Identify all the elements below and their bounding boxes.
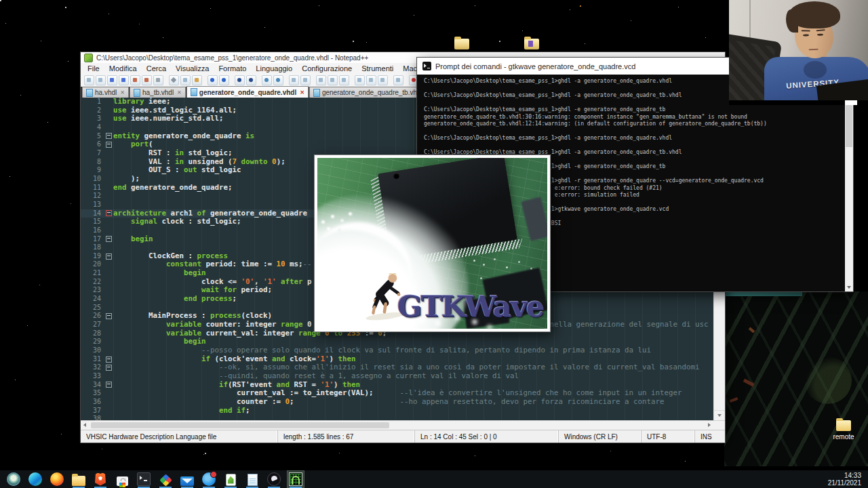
taskbar-microsoft-store-button[interactable] xyxy=(113,470,131,488)
zoom-in-icon[interactable] xyxy=(262,75,272,85)
taskbar-mail-button[interactable] xyxy=(178,470,196,488)
document-list-icon[interactable] xyxy=(366,75,376,85)
scroll-right-arrow-icon[interactable] xyxy=(705,421,714,430)
editor-horizontal-scrollbar[interactable] xyxy=(81,420,725,430)
console-line: generatore_onde_quadre_tb.vhdl:12:14:war… xyxy=(424,121,845,128)
fold-marker-icon[interactable] xyxy=(106,357,112,363)
scroll-down-arrow-icon[interactable] xyxy=(714,410,725,420)
scrollbar-thumb[interactable] xyxy=(91,422,389,428)
fold-marker-icon[interactable] xyxy=(106,133,112,139)
indent-guide-icon[interactable] xyxy=(339,75,349,85)
tab-generatore-onde-quadre-vhdl[interactable]: generatore_onde_quadre.vhdl✕ xyxy=(186,86,309,98)
open-file-icon[interactable] xyxy=(96,75,106,85)
taskbar-file-explorer-button[interactable] xyxy=(70,470,87,488)
fold-marker-icon[interactable] xyxy=(106,210,112,216)
desktop-icon-remote[interactable]: remote xyxy=(829,420,859,441)
line-number: 6 xyxy=(81,140,104,149)
line-number: 38 xyxy=(81,415,104,420)
artwork-teal-strip xyxy=(724,291,802,296)
tab-ha-vhdl[interactable]: ha.vhdl✕ xyxy=(82,87,129,98)
line-number: 26 xyxy=(81,312,104,321)
file-icon xyxy=(134,89,140,97)
tab-generatore-onde-quadre-tb-vhdl[interactable]: generatore_onde_quadre_tb.vhdl✕ xyxy=(309,87,435,98)
fold-margin xyxy=(104,158,113,167)
fold-marker-icon[interactable] xyxy=(106,313,112,319)
menu-item-strumenti[interactable]: Strumenti xyxy=(357,64,398,73)
line-number: 5 xyxy=(81,132,104,141)
fold-margin xyxy=(104,252,113,261)
line-number: 37 xyxy=(81,407,104,415)
taskbar-gtkwave-button[interactable] xyxy=(287,470,304,488)
show-all-characters-icon[interactable] xyxy=(328,75,338,85)
redo-icon[interactable] xyxy=(219,75,229,85)
taskbar-notepad-button[interactable] xyxy=(243,470,261,488)
cmd-vertical-scrollbar[interactable] xyxy=(845,75,853,291)
cut-icon[interactable] xyxy=(169,75,179,85)
menu-item-file[interactable]: File xyxy=(83,64,104,73)
save-all-icon[interactable] xyxy=(119,75,129,85)
file-icon xyxy=(191,88,197,96)
monitor-icon[interactable] xyxy=(393,75,403,85)
close-icon[interactable] xyxy=(130,75,140,85)
tab-close-icon[interactable]: ✕ xyxy=(177,89,182,96)
gtkwave-logo-text: GTKWave xyxy=(397,289,543,323)
tab-label: generatore_onde_quadre_tb.vhdl xyxy=(322,89,422,96)
paste-icon[interactable] xyxy=(192,75,202,85)
zoom-out-icon[interactable] xyxy=(273,75,283,85)
taskbar-firefox-button[interactable] xyxy=(48,470,66,488)
menu-item-formato[interactable]: Formato xyxy=(214,64,251,73)
fold-marker-icon[interactable] xyxy=(106,142,112,148)
replace-icon[interactable] xyxy=(246,75,256,85)
line-number: 31 xyxy=(81,355,104,364)
mouth xyxy=(809,49,818,50)
desktop-folder-icon[interactable] xyxy=(454,39,469,49)
fold-margin xyxy=(104,209,113,218)
fold-margin xyxy=(104,175,113,184)
document-map-icon[interactable] xyxy=(355,75,365,85)
clock-date: 21/11/2021 xyxy=(828,479,861,487)
tab-close-icon[interactable]: ✕ xyxy=(300,89,304,96)
menu-item-cerca[interactable]: Cerca xyxy=(142,64,171,73)
print-icon[interactable] xyxy=(153,75,163,85)
save-icon[interactable] xyxy=(107,75,117,85)
fold-marker-icon[interactable] xyxy=(106,382,112,388)
gtkwave-splash-window[interactable]: GTKWave xyxy=(314,155,551,332)
menu-item-visualizza[interactable]: Visualizza xyxy=(171,64,214,73)
fold-margin xyxy=(104,149,113,158)
close-all-icon[interactable] xyxy=(142,75,152,85)
scroll-left-arrow-icon[interactable] xyxy=(81,421,90,430)
sync-vertical-icon[interactable] xyxy=(289,75,299,85)
taskbar-start-button[interactable] xyxy=(5,470,22,488)
wave-spray xyxy=(321,220,325,224)
taskbar-blue-circle-app-button[interactable] xyxy=(200,470,218,488)
find-icon[interactable] xyxy=(235,75,245,85)
taskbar-clock[interactable]: 14:33 21/11/2021 xyxy=(828,472,861,487)
tab-ha-tb-vhdl[interactable]: ha_tb.vhdl✕ xyxy=(130,87,186,98)
menu-item-modifica[interactable]: Modifica xyxy=(104,64,142,73)
taskbar-obs-studio-button[interactable] xyxy=(265,470,283,488)
function-list-icon[interactable] xyxy=(378,75,388,85)
taskbar-command-prompt-button[interactable] xyxy=(135,470,153,488)
new-file-icon[interactable] xyxy=(84,75,94,85)
taskbar-notepad-plus-plus-button[interactable] xyxy=(222,470,239,488)
fold-margin xyxy=(104,260,113,269)
fold-margin xyxy=(104,226,113,235)
menu-item-configurazione[interactable]: Configurazione xyxy=(297,64,357,73)
taskbar-edge-button[interactable] xyxy=(26,470,44,488)
sync-horizontal-icon[interactable] xyxy=(300,75,311,85)
blue-circle-app-icon xyxy=(202,472,216,486)
taskbar-brave-button[interactable] xyxy=(92,470,109,488)
line-number: 21 xyxy=(81,269,104,278)
fold-marker-icon[interactable] xyxy=(106,365,112,371)
taskbar-diamond-app-button[interactable] xyxy=(157,470,174,488)
eyebrow xyxy=(816,29,825,31)
fold-margin xyxy=(104,304,113,312)
copy-icon[interactable] xyxy=(180,75,191,85)
desktop-folder-icon[interactable] xyxy=(524,39,539,49)
fold-marker-icon[interactable] xyxy=(106,236,112,242)
tab-close-icon[interactable]: ✕ xyxy=(120,89,125,96)
word-wrap-icon[interactable] xyxy=(316,75,326,85)
undo-icon[interactable] xyxy=(208,75,218,85)
fold-marker-icon[interactable] xyxy=(106,253,112,260)
menu-item-linguaggio[interactable]: Linguaggio xyxy=(251,64,297,73)
